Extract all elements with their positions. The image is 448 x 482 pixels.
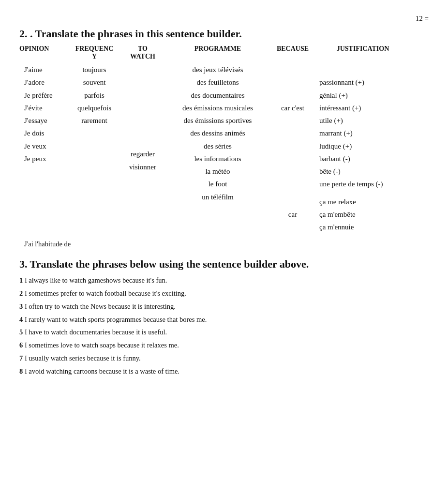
opinion-item: Je peux [24,152,46,165]
justification-item: passionnant (+) [319,76,364,89]
section2-title: 2. . Translate the phrases in this sente… [19,28,429,40]
towatch-column: regarder visionner [121,63,164,233]
sentence-builder-header: OPINION FREQUENCY TOWATCH PROGRAMME BECA… [19,45,429,60]
justification-item2: ça m'embête [319,208,356,221]
programme-item: des feuilletons [196,76,239,89]
opinion-item: Je veux [24,140,46,152]
programme-item: des séries [204,140,232,152]
towatch-item: visionner [129,161,156,173]
header-programme: PROGRAMME [164,45,271,60]
opinion-item: J'aime [24,63,43,76]
phrase-number: 8 [19,367,23,375]
programme-item: des documentaires [191,89,244,102]
because-column: x x x car c'est x x x x x x x car [271,63,314,233]
frequency-item: souvent [83,76,106,89]
header-opinion: OPINION [19,45,68,60]
list-item: 5 I have to watch documentaries because … [19,327,429,338]
programme-item: le foot [209,178,227,190]
programme-item: des jeux télévisés [193,63,243,76]
page-number: 12 = [19,15,429,23]
phrase-number: 3 [19,302,23,310]
programme-item: les informations [194,152,241,165]
justification-item2: ça me relaxe [319,196,356,208]
list-item: 6 I sometimes love to watch soaps becaus… [19,340,429,351]
justification-item: utile (+) [319,114,343,127]
justification-item: intéressant (+) [319,102,361,114]
header-because: BECAUSE [271,45,314,60]
header-frequency: FREQUENCY [68,45,121,60]
justification-item: une perte de temps (-) [319,178,383,190]
frequency-item: quelquefois [77,102,111,114]
section3: 3. Translate the phrases below using the… [19,258,429,377]
programme-column: des jeux télévisés des feuilletons des d… [164,63,271,233]
phrase-number: 7 [19,354,23,362]
habitude-phrase: J'ai l'habitude de [19,240,429,248]
opinion-item: J'évite [24,102,43,114]
sentence-builder-body: J'aime J'adore Je préfère J'évite J'essa… [19,63,429,233]
towatch-item: regarder [131,148,155,160]
phrase-number: 4 [19,316,23,323]
because-item2: car [288,208,297,221]
justification-item: marrant (+) [319,127,353,139]
phrase-number: 1 [19,276,23,284]
header-towatch: TOWATCH [121,45,164,60]
opinion-column: J'aime J'adore Je préfère J'évite J'essa… [19,63,68,233]
opinion-item: J'essaye [24,114,47,127]
list-item: 3 I often try to watch the News because … [19,301,429,312]
opinion-item: Je préfère [24,89,53,102]
opinion-item: Je dois [24,127,44,139]
header-justification: JUSTIFICATION [314,45,411,60]
programme-item: un téléfilm [202,191,233,203]
programme-item: des émissions musicales [182,102,253,114]
frequency-item: rarement [81,114,107,127]
list-item: 2 I sometimes prefer to watch football b… [19,288,429,299]
programme-item: la météo [205,165,230,178]
because-item: car c'est [281,102,304,114]
phrase-number: 5 [19,328,23,336]
justification-item2: ça m'ennuie [319,221,354,233]
list-item: 7 I usually watch series because it is f… [19,353,429,364]
justification-item: ludique (+) [319,140,352,152]
frequency-item: parfois [84,89,105,102]
justification-column: x passionnant (+) génial (+) intéressant… [314,63,411,233]
list-item: 8 I avoid watching cartoons because it i… [19,366,429,377]
section3-title: 3. Translate the phrases below using the… [19,258,429,271]
section2: 2. . Translate the phrases in this sente… [19,28,429,248]
programme-item: des dessins animés [190,127,245,139]
programme-item: des émissions sportives [184,114,252,127]
phrase-list: 1 I always like to watch gameshows becau… [19,275,429,377]
justification-item: barbant (-) [319,152,350,165]
list-item: 1 I always like to watch gameshows becau… [19,275,429,286]
frequency-item: toujours [82,63,106,76]
frequency-column: toujours souvent parfois quelquefois rar… [68,63,121,233]
phrase-number: 6 [19,341,23,349]
justification-item: génial (+) [319,89,348,102]
opinion-item: J'adore [24,76,45,89]
list-item: 4 I rarely want to watch sports programm… [19,315,429,325]
justification-item: bête (-) [319,165,341,178]
phrase-number: 2 [19,289,23,297]
